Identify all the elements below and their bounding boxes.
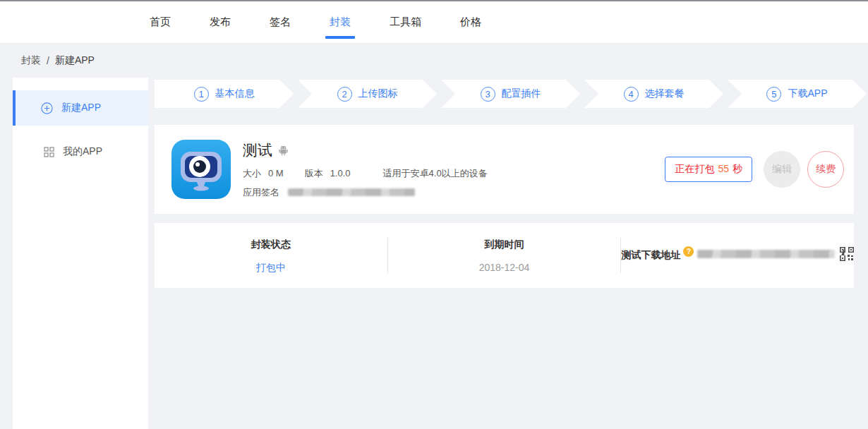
app-logo: [171, 140, 231, 199]
size-label: 大小: [243, 167, 261, 180]
app-title: 测试: [243, 140, 272, 160]
app-actions: 正在打包 55 秒 编辑 续费: [665, 151, 844, 188]
expiry-label: 到期时间: [485, 238, 524, 251]
package-status-value: 打包中: [155, 262, 387, 274]
step-label: 下载APP: [788, 87, 827, 100]
app-summary-card: 测试: [155, 125, 854, 214]
packing-status-button[interactable]: 正在打包 55 秒: [665, 157, 752, 182]
packing-suffix: 秒: [733, 163, 742, 176]
signature-label: 应用签名: [243, 186, 279, 199]
nav-item-home[interactable]: 首页: [148, 11, 172, 33]
grid-icon: [44, 147, 54, 157]
wizard-step-configure-plugins[interactable]: 3 配置插件: [441, 80, 580, 108]
top-navigation: 首页 发布 签名 封装 工具箱 价格: [0, 1, 868, 44]
step-wizard: 1 基本信息 2 上传图标 3 配置插件 4 选择套餐 5 下载APP: [155, 80, 867, 108]
version-value: 1.0.0: [330, 168, 351, 179]
step-label: 基本信息: [215, 87, 255, 100]
nav-item-publish[interactable]: 发布: [208, 11, 232, 33]
packing-prefix: 正在打包: [675, 163, 714, 176]
step-number-badge: 4: [624, 87, 639, 102]
download-url-column: 测试下载地址 ?: [621, 223, 854, 288]
step-label: 选择套餐: [645, 87, 685, 100]
step-label: 上传图标: [358, 87, 398, 100]
expiry-column: 到期时间 2018-12-04: [388, 223, 621, 288]
version-label: 版本: [305, 167, 323, 180]
edit-button[interactable]: 编辑: [764, 151, 800, 188]
breadcrumb-separator: /: [47, 55, 49, 66]
sidebar: 新建APP 我的APP: [13, 78, 148, 429]
nav-item-signature[interactable]: 签名: [268, 11, 292, 33]
sidebar-item-new-app[interactable]: 新建APP: [13, 90, 148, 126]
redacted-download-url: [697, 250, 835, 258]
download-url-label: 测试下载地址: [621, 249, 680, 262]
wizard-step-basic-info[interactable]: 1 基本信息: [155, 80, 294, 108]
qr-code-icon[interactable]: [840, 247, 854, 261]
nav-item-toolbox[interactable]: 工具箱: [388, 11, 423, 33]
nav-item-package[interactable]: 封装: [328, 11, 352, 33]
status-card: 封装状态 打包中 到期时间 2018-12-04 测试下载地址 ?: [155, 223, 854, 288]
wizard-step-choose-plan[interactable]: 4 选择套餐: [584, 80, 723, 108]
main-content: 1 基本信息 2 上传图标 3 配置插件 4 选择套餐 5 下载APP: [155, 78, 854, 429]
breadcrumb-current: 新建APP: [55, 54, 95, 67]
android-icon: [277, 145, 289, 157]
nav-item-pricing[interactable]: 价格: [459, 11, 483, 33]
step-number-badge: 2: [337, 87, 352, 102]
redacted-signature-value: [288, 188, 415, 196]
plus-circle-icon: [41, 102, 53, 114]
breadcrumb-root[interactable]: 封装: [21, 54, 41, 67]
compatibility-text: 适用于安卓4.0以上的设备: [383, 167, 488, 180]
sidebar-item-label: 我的APP: [63, 145, 102, 158]
expiry-date: 2018-12-04: [388, 262, 621, 273]
step-label: 配置插件: [502, 87, 541, 100]
step-number-badge: 3: [481, 87, 495, 102]
size-value: 0 M: [268, 168, 284, 179]
tv-eye-logo-icon: [171, 140, 231, 199]
wizard-step-download-app[interactable]: 5 下载APP: [728, 80, 867, 108]
package-status-label: 封装状态: [251, 238, 291, 251]
wizard-step-upload-icon[interactable]: 2 上传图标: [298, 80, 437, 108]
help-coin-icon[interactable]: ?: [683, 246, 694, 257]
sidebar-item-my-apps[interactable]: 我的APP: [13, 134, 148, 169]
sidebar-item-label: 新建APP: [61, 102, 101, 114]
breadcrumb: 封装 / 新建APP: [0, 44, 868, 78]
step-number-badge: 1: [194, 87, 209, 102]
package-status-column: 封装状态 打包中: [155, 223, 387, 288]
packing-seconds: 55: [718, 163, 729, 176]
step-number-badge: 5: [766, 87, 781, 102]
renew-button[interactable]: 续费: [807, 151, 844, 188]
